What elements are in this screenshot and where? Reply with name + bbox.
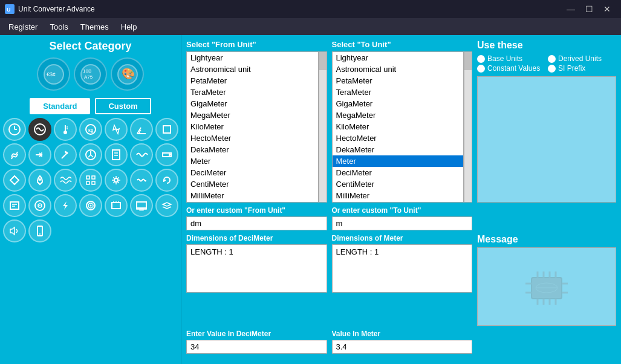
icon-flow[interactable]	[28, 143, 51, 166]
category-icon-numbers[interactable]: 10B A75	[74, 57, 107, 91]
icon-electricity[interactable]	[105, 118, 128, 141]
icon-weight[interactable]: kg	[79, 118, 102, 141]
icon-length[interactable]	[28, 118, 51, 141]
icon-phone[interactable]	[28, 219, 51, 242]
svg-text:10B: 10B	[83, 68, 91, 74]
list-item[interactable]: Astronomical unit	[333, 63, 464, 75]
app-icon: U	[5, 4, 15, 14]
to-unit-scrollbar[interactable]	[464, 51, 472, 203]
category-icons-grid: kg	[3, 118, 178, 242]
list-item[interactable]: MilliMeter	[187, 190, 318, 201]
to-unit-scrollbar-thumb[interactable]	[464, 52, 472, 70]
icon-layers[interactable]	[155, 194, 178, 217]
icon-temperature[interactable]	[54, 118, 77, 141]
close-button[interactable]: ✕	[598, 0, 616, 18]
dim-from-textarea[interactable]: LENGTH : 1	[186, 244, 327, 293]
svg-text:kg: kg	[88, 128, 93, 133]
value-to-input[interactable]	[332, 340, 473, 354]
list-item[interactable]: TeraMeter	[333, 86, 464, 98]
icon-grid[interactable]	[79, 169, 102, 192]
list-item[interactable]: Lightyear	[187, 52, 318, 63]
list-item[interactable]: Lightyear	[333, 52, 464, 63]
custom-button[interactable]: Custom	[95, 98, 151, 114]
list-item[interactable]: KiloMeter	[187, 121, 318, 132]
icon-rocket[interactable]	[28, 169, 51, 192]
list-item[interactable]: DeciMeter	[333, 167, 464, 178]
radio-constant-values-label: Constant Values	[487, 64, 540, 73]
list-item[interactable]: HectoMeter	[187, 132, 318, 144]
list-item[interactable]: MilliMeter	[333, 190, 464, 201]
from-unit-scrollbar-thumb[interactable]	[319, 52, 327, 70]
icon-time[interactable]	[3, 118, 26, 141]
list-item[interactable]: TeraMeter	[187, 86, 318, 98]
from-unit-scrollbar[interactable]	[319, 51, 327, 203]
category-icon-palette[interactable]: 🎨	[111, 57, 144, 91]
value-to-label: Value In Meter	[332, 330, 473, 338]
icon-gear[interactable]	[105, 169, 128, 192]
dim-to-box: Dimensions of Meter LENGTH : 1	[332, 234, 473, 326]
menu-bar: Register Tools Themes Help	[0, 18, 621, 35]
to-unit-listbox[interactable]: Lightyear Astronomical unit PetaMeter Te…	[332, 51, 464, 203]
category-icon-currency[interactable]: €$¢	[37, 57, 70, 91]
value-section: Enter Value In DeciMeter Value In Meter	[186, 330, 616, 354]
dimensions-section: Dimensions of DeciMeter LENGTH : 1 Dimen…	[186, 234, 616, 326]
sidebar: Select Category €$¢ 10B A75 🎨	[0, 35, 181, 364]
icon-heat[interactable]	[3, 143, 26, 166]
icon-wave[interactable]	[130, 143, 153, 166]
icon-sound[interactable]	[3, 219, 26, 242]
list-item[interactable]: DekaMeter	[187, 144, 318, 155]
radio-constant-values-btn[interactable]	[477, 65, 485, 73]
menu-register[interactable]: Register	[2, 20, 44, 34]
radio-si-prefix-btn[interactable]	[548, 65, 556, 73]
list-item-selected[interactable]: Meter	[333, 155, 464, 167]
list-item[interactable]: KiloMeter	[333, 121, 464, 132]
title-bar: U Unit Converter Advance — ☐ ✕	[0, 0, 621, 18]
dim-to-textarea[interactable]: LENGTH : 1	[332, 244, 473, 293]
icon-page[interactable]	[105, 143, 128, 166]
dim-from-label: Dimensions of DeciMeter	[186, 234, 327, 242]
value-from-input[interactable]	[186, 340, 327, 354]
radio-base-units-btn[interactable]	[477, 55, 485, 63]
icon-memory[interactable]	[105, 194, 128, 217]
icon-spiral[interactable]	[79, 194, 102, 217]
radio-base-units-label: Base Units	[487, 54, 522, 63]
icon-computer[interactable]	[130, 194, 153, 217]
custom-to-input[interactable]	[332, 216, 473, 230]
icon-lightning[interactable]	[54, 194, 77, 217]
radio-derived-units-btn[interactable]	[548, 55, 556, 63]
menu-tools[interactable]: Tools	[44, 20, 74, 34]
icon-newspaper[interactable]	[3, 194, 26, 217]
icon-area[interactable]	[155, 118, 178, 141]
icon-waves[interactable]	[54, 169, 77, 192]
list-item[interactable]: Meter	[187, 155, 318, 167]
standard-button[interactable]: Standard	[30, 98, 90, 114]
icon-flow2[interactable]	[155, 143, 178, 166]
value-from-label: Enter Value In DeciMeter	[186, 330, 327, 338]
icon-rotate[interactable]	[155, 169, 178, 192]
list-item[interactable]: DeciMeter	[187, 167, 318, 178]
list-item[interactable]: CentiMeter	[333, 178, 464, 190]
list-item[interactable]: Astronomical unit	[187, 63, 318, 75]
icon-pressure[interactable]	[79, 143, 102, 166]
custom-from-input[interactable]	[186, 216, 327, 230]
from-unit-listbox[interactable]: Lightyear Astronomical unit PetaMeter Te…	[186, 51, 319, 203]
list-item[interactable]: PetaMeter	[187, 75, 318, 86]
list-item[interactable]: GigaMeter	[333, 98, 464, 109]
icon-diamond[interactable]	[3, 169, 26, 192]
list-item[interactable]: MegaMeter	[187, 109, 318, 121]
list-item[interactable]: PetaMeter	[333, 75, 464, 86]
minimize-button[interactable]: —	[562, 0, 580, 18]
svg-rect-27	[112, 150, 120, 160]
icon-angle[interactable]	[130, 118, 153, 141]
icon-coil[interactable]	[130, 169, 153, 192]
list-item[interactable]: HectoMeter	[333, 132, 464, 144]
icon-syringe[interactable]	[54, 143, 77, 166]
icon-disc[interactable]	[28, 194, 51, 217]
list-item[interactable]: DekaMeter	[333, 144, 464, 155]
list-item[interactable]: CentiMeter	[187, 178, 318, 190]
maximize-button[interactable]: ☐	[580, 0, 598, 18]
list-item[interactable]: GigaMeter	[187, 98, 318, 109]
list-item[interactable]: MegaMeter	[333, 109, 464, 121]
menu-themes[interactable]: Themes	[74, 20, 115, 34]
menu-help[interactable]: Help	[115, 20, 143, 34]
